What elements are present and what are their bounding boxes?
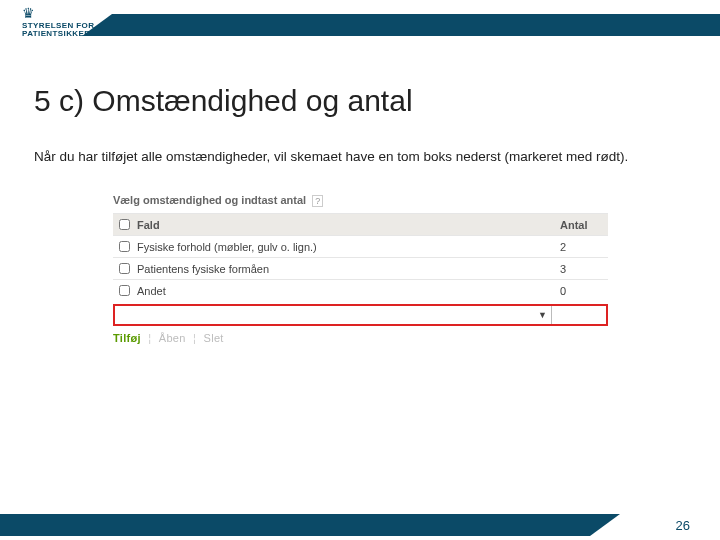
empty-highlighted-row[interactable]: ▼	[113, 304, 608, 326]
form-screenshot: Vælg omstændighed og indtast antal ? Fal…	[113, 194, 608, 344]
action-separator: ¦	[148, 332, 151, 344]
row-count: 0	[554, 285, 608, 297]
header-checkbox-cell	[113, 219, 135, 230]
page-number: 26	[676, 518, 690, 533]
delete-button[interactable]: Slet	[204, 332, 224, 344]
row-label: Fysiske forhold (møbler, gulv o. lign.)	[135, 241, 554, 253]
form-actions: Tilføj ¦ Åben ¦ Slet	[113, 332, 608, 344]
row-checkbox[interactable]	[119, 241, 130, 252]
header-checkbox[interactable]	[119, 219, 130, 230]
dropdown-caret-icon[interactable]: ▼	[538, 310, 547, 320]
row-count: 3	[554, 263, 608, 275]
action-separator: ¦	[193, 332, 196, 344]
open-button[interactable]: Åben	[159, 332, 186, 344]
row-count: 2	[554, 241, 608, 253]
row-label: Andet	[135, 285, 554, 297]
footer-accent-bar	[0, 514, 590, 536]
row-checkbox[interactable]	[119, 285, 130, 296]
table-row: Andet 0	[113, 279, 608, 301]
slide-title: 5 c) Omstændighed og antal	[34, 84, 720, 118]
add-button[interactable]: Tilføj	[113, 332, 141, 344]
row-checkbox[interactable]	[119, 263, 130, 274]
help-icon[interactable]: ?	[312, 195, 323, 207]
slide-header: ♛ STYRELSEN FOR PATIENTSIKKERHED	[0, 0, 720, 48]
slide-description: Når du har tilføjet alle omstændigheder,…	[34, 148, 656, 166]
header-accent-bar	[112, 14, 720, 36]
form-heading: Vælg omstændighed og indtast antal ?	[113, 194, 608, 207]
header-count: Antal	[554, 219, 608, 231]
table-row: Fysiske forhold (møbler, gulv o. lign.) …	[113, 235, 608, 257]
header-label: Fald	[135, 219, 554, 231]
slide-footer: 26	[0, 510, 720, 540]
row-label: Patientens fysiske formåen	[135, 263, 554, 275]
table-header-row: Fald Antal	[113, 213, 608, 235]
table-row: Patientens fysiske formåen 3	[113, 257, 608, 279]
form-heading-text: Vælg omstændighed og indtast antal	[113, 194, 306, 206]
